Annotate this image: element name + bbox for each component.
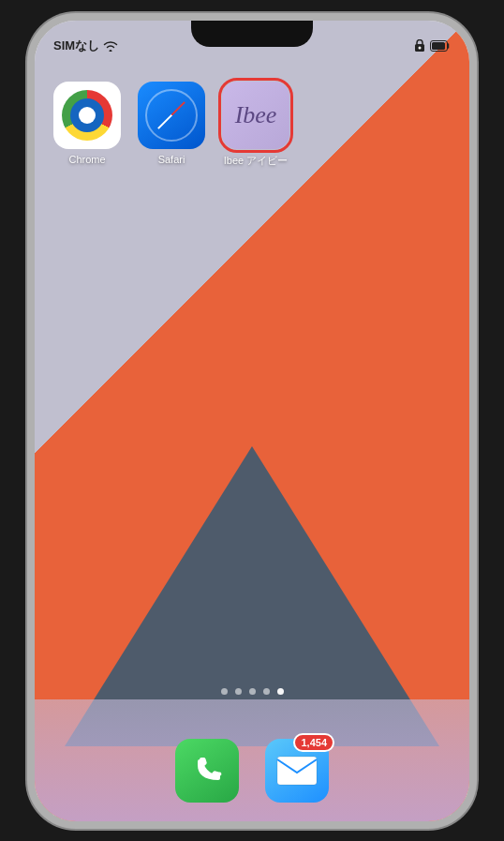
ibee-icon-wrapper: Ibee — [222, 82, 289, 149]
ibee-app-icon[interactable]: Ibee — [222, 82, 289, 149]
page-dot-1 — [221, 688, 228, 695]
app-item-chrome[interactable]: Chrome — [53, 82, 121, 168]
page-dot-5 — [277, 688, 284, 695]
svg-rect-4 — [277, 757, 317, 785]
chrome-label: Chrome — [68, 154, 105, 165]
dock-item-mail[interactable]: 1,454 — [265, 739, 329, 803]
ibee-label: Ibee アイビー — [224, 154, 288, 168]
compass-needle — [157, 101, 185, 129]
svg-rect-3 — [432, 42, 445, 50]
safari-compass — [145, 89, 198, 142]
notch — [191, 21, 313, 47]
safari-label: Safari — [158, 154, 185, 165]
chrome-ring-middle — [70, 98, 104, 132]
phone-app-icon[interactable] — [175, 739, 239, 803]
mail-badge: 1,454 — [293, 733, 334, 752]
app-item-ibee[interactable]: Ibee Ibee アイビー — [222, 82, 289, 168]
wifi-icon — [103, 40, 118, 52]
page-dots — [35, 688, 469, 695]
portrait-icon — [414, 39, 425, 53]
battery-icon — [430, 40, 451, 52]
status-left: SIMなし — [53, 38, 118, 54]
phone-handset-icon — [190, 754, 224, 788]
apps-area: Chrome Safari Ibee Ibee アイビー — [35, 72, 469, 177]
status-right — [414, 39, 451, 53]
ibee-app-text: Ibee — [235, 103, 277, 128]
mail-envelope-icon — [276, 756, 318, 786]
dock-item-phone[interactable] — [175, 739, 239, 803]
safari-app-icon[interactable] — [138, 82, 205, 149]
dock: 1,454 — [35, 739, 469, 803]
page-dot-4 — [263, 688, 270, 695]
svg-point-1 — [419, 46, 422, 49]
page-dot-3 — [249, 688, 256, 695]
phone-frame: SIMなし — [27, 13, 477, 829]
chrome-app-icon[interactable] — [53, 82, 121, 149]
mail-app-icon[interactable]: 1,454 — [265, 739, 329, 803]
chrome-ring-outer — [62, 90, 112, 141]
carrier-label: SIMなし — [53, 38, 99, 54]
app-item-safari[interactable]: Safari — [138, 82, 205, 168]
page-dot-2 — [235, 688, 242, 695]
chrome-ring-inner — [79, 107, 96, 124]
